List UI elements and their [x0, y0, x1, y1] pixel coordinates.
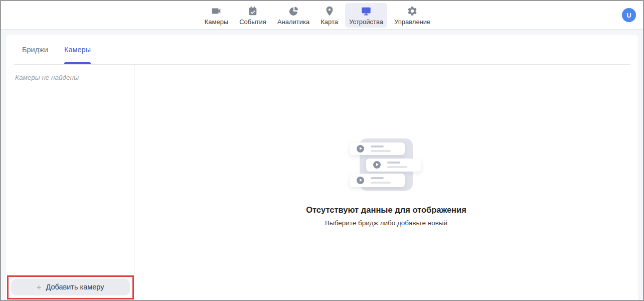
- camera-list: Камеры не найдены: [6, 65, 134, 274]
- illustration-list-item: [366, 159, 421, 172]
- event-icon: [247, 6, 258, 17]
- gear-icon: [407, 6, 418, 17]
- empty-state-subtitle: Выберите бридж либо добавьте новый: [325, 219, 447, 227]
- nav-label: События: [239, 18, 266, 26]
- user-avatar[interactable]: U: [622, 8, 636, 22]
- nav-label: Управление: [394, 18, 430, 26]
- tab-cameras[interactable]: Камеры: [56, 35, 99, 64]
- tab-bar: Бриджи Камеры: [6, 35, 638, 64]
- placeholder-text-lines: [387, 162, 407, 168]
- empty-list-text: Камеры не найдены: [15, 74, 79, 81]
- nav-label: Карта: [320, 18, 338, 26]
- nav-item-cameras[interactable]: Камеры: [201, 3, 233, 28]
- empty-state: Отсутствуют данные для отображения Выбер…: [134, 65, 638, 300]
- nav-label: Устройства: [349, 18, 383, 26]
- empty-state-title: Отсутствуют данные для отображения: [306, 205, 466, 215]
- add-camera-label: Добавить камеру: [46, 283, 104, 291]
- play-icon: [357, 145, 364, 153]
- top-nav-bar: Камеры События: [1, 1, 643, 30]
- sidebar-footer: + Добавить камеру: [6, 274, 134, 300]
- camera-sidebar: Камеры не найдены + Добавить камеру: [6, 65, 134, 300]
- placeholder-text-lines: [371, 145, 391, 152]
- play-icon: [357, 177, 364, 184]
- nav-item-devices[interactable]: Устройства: [345, 3, 387, 28]
- plus-icon: +: [37, 283, 42, 291]
- nav-item-map[interactable]: Карта: [316, 3, 342, 28]
- content-row: Камеры не найдены + Добавить камеру: [6, 65, 638, 300]
- content-card: Бриджи Камеры Камеры не найдены + Добави…: [6, 35, 638, 300]
- map-pin-icon: [324, 6, 335, 17]
- play-icon: [373, 161, 381, 169]
- empty-state-illustration: [349, 138, 424, 191]
- nav-label: Камеры: [205, 18, 229, 26]
- illustration-list-item: [350, 142, 405, 155]
- nav-item-events[interactable]: События: [235, 3, 270, 28]
- app-window: Камеры События: [0, 0, 644, 301]
- monitor-icon: [361, 6, 372, 17]
- nav-item-management[interactable]: Управление: [390, 3, 434, 28]
- nav-item-analytics[interactable]: Аналитика: [273, 3, 313, 28]
- add-camera-button[interactable]: + Добавить камеру: [11, 279, 130, 295]
- main-nav: Камеры События: [201, 3, 435, 28]
- nav-label: Аналитика: [277, 18, 309, 26]
- videocam-icon: [211, 6, 222, 17]
- illustration-list-item: [350, 174, 405, 187]
- placeholder-text-lines: [371, 177, 391, 184]
- pie-chart-icon: [288, 6, 299, 17]
- tab-bridges[interactable]: Бриджи: [14, 35, 56, 64]
